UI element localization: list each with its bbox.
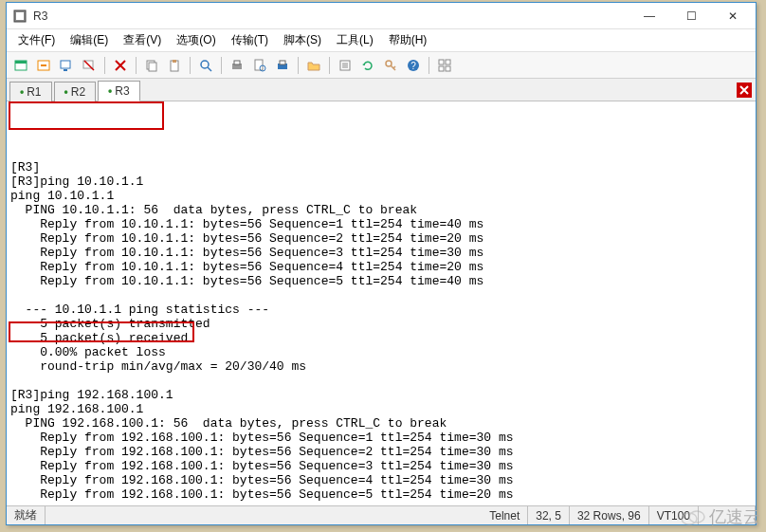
tabstrip: •R1•R2•R3: [7, 79, 756, 101]
svg-rect-18: [280, 61, 285, 64]
svg-rect-5: [61, 61, 70, 68]
statusbar: 就绪 Telnet 32, 5 32 Rows, 96 VT100: [7, 505, 756, 524]
status-proto: Telnet: [482, 506, 528, 524]
disconnect-icon[interactable]: [79, 55, 100, 76]
status-dot-icon: •: [20, 85, 24, 99]
terminal-output[interactable]: [R3] [R3]ping 10.10.1.1 ping 10.10.1.1 P…: [7, 101, 756, 505]
menu-script[interactable]: 脚本(S): [278, 30, 327, 50]
refresh-icon[interactable]: [357, 55, 378, 76]
svg-rect-3: [15, 61, 27, 64]
status-cursor: 32, 5: [528, 506, 570, 524]
new-session-icon[interactable]: [10, 55, 31, 76]
close-button[interactable]: ✕: [712, 4, 754, 28]
menu-help[interactable]: 帮助(H): [383, 30, 433, 50]
connect-icon[interactable]: [56, 55, 77, 76]
svg-point-12: [201, 61, 209, 68]
svg-rect-1: [16, 12, 24, 20]
menu-option[interactable]: 选项(O): [171, 30, 221, 50]
tab-label: R1: [27, 85, 41, 99]
menubar: 文件(F) 编辑(E) 查看(V) 选项(O) 传输(T) 脚本(S) 工具(L…: [7, 29, 756, 52]
properties-icon[interactable]: [335, 55, 356, 76]
paste-icon[interactable]: [164, 55, 185, 76]
tab-r3[interactable]: •R3: [98, 81, 140, 101]
status-state: 就绪: [7, 506, 46, 524]
svg-rect-26: [446, 66, 450, 71]
app-icon: [12, 9, 27, 24]
svg-text:?: ?: [410, 61, 416, 71]
status-dot-icon: •: [64, 85, 68, 99]
print-preview-icon[interactable]: [249, 55, 270, 76]
app-window: R3 — ☐ ✕ 文件(F) 编辑(E) 查看(V) 选项(O) 传输(T) 脚…: [6, 2, 757, 525]
copy-icon[interactable]: [141, 55, 162, 76]
menu-file[interactable]: 文件(F): [12, 30, 61, 50]
status-size: 32 Rows, 96: [570, 506, 649, 524]
svg-rect-15: [255, 60, 263, 70]
tile-icon[interactable]: [434, 55, 455, 76]
tab-label: R2: [71, 85, 85, 99]
menu-tools[interactable]: 工具(L): [331, 30, 379, 50]
svg-rect-24: [446, 60, 450, 64]
printer-icon[interactable]: [272, 55, 293, 76]
status-dot-icon: •: [108, 84, 112, 98]
menu-view[interactable]: 查看(V): [118, 30, 167, 50]
delete-icon[interactable]: [110, 55, 131, 76]
svg-rect-9: [149, 63, 156, 71]
reconnect-icon[interactable]: [33, 55, 54, 76]
find-icon[interactable]: [195, 55, 216, 76]
watermark: 亿速云: [681, 505, 760, 528]
svg-rect-23: [439, 60, 444, 64]
tab-r1[interactable]: •R1: [9, 82, 52, 101]
titlebar[interactable]: R3 — ☐ ✕: [7, 3, 756, 29]
window-title: R3: [33, 9, 629, 23]
minimize-button[interactable]: —: [629, 4, 670, 28]
svg-rect-14: [234, 61, 240, 64]
tabstrip-close-icon[interactable]: [737, 83, 752, 98]
tab-r2[interactable]: •R2: [54, 82, 97, 101]
folder-icon[interactable]: [303, 55, 324, 76]
menu-edit[interactable]: 编辑(E): [64, 30, 114, 50]
highlight-box-1: [9, 101, 164, 130]
tab-label: R3: [115, 84, 129, 98]
svg-rect-11: [173, 60, 176, 63]
menu-transfer[interactable]: 传输(T): [226, 30, 274, 50]
svg-rect-6: [64, 69, 67, 71]
terminal-text: [R3] [R3]ping 10.10.1.1 ping 10.10.1.1 P…: [10, 160, 752, 505]
svg-rect-25: [439, 66, 444, 71]
key-icon[interactable]: [380, 55, 401, 76]
toolbar: ?: [7, 52, 756, 79]
maximize-button[interactable]: ☐: [670, 4, 712, 28]
print-icon[interactable]: [227, 55, 247, 76]
help-icon[interactable]: ?: [403, 55, 424, 76]
